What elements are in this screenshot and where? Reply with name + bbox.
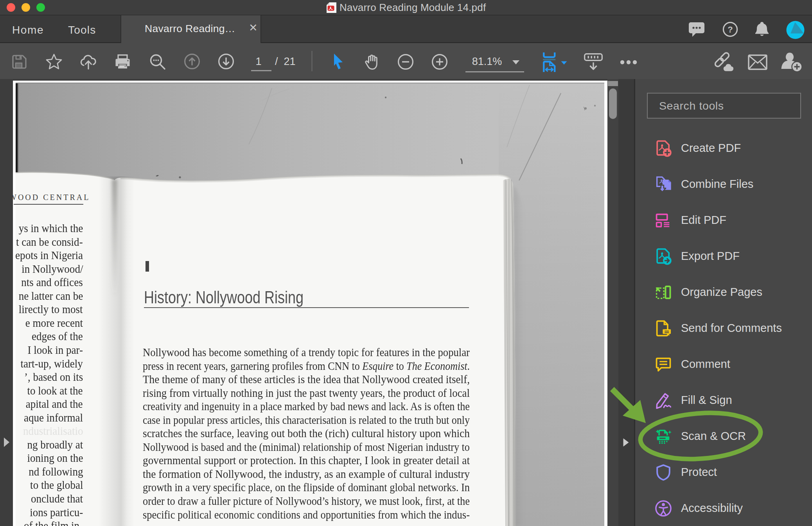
svg-text:?: ? [728, 25, 733, 34]
